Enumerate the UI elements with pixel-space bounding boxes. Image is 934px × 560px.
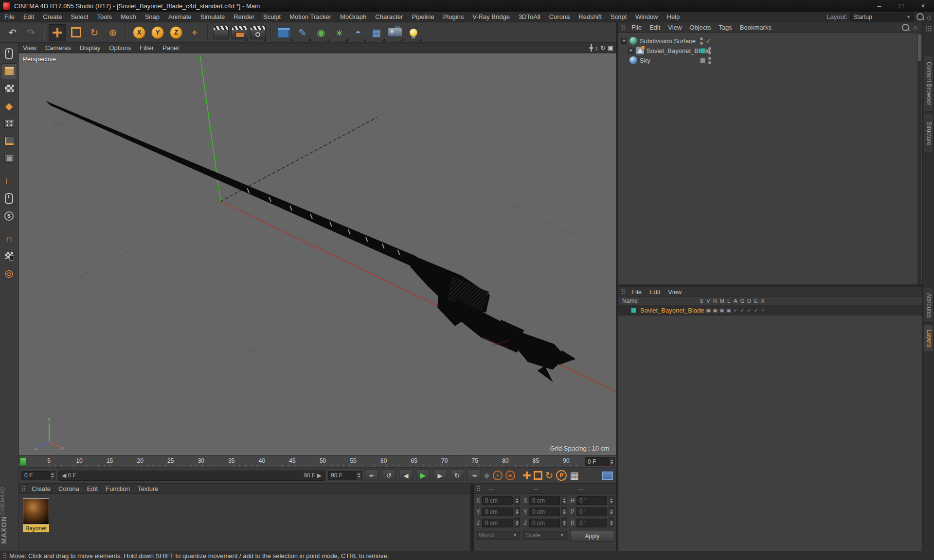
record-button[interactable]: ●: [493, 471, 503, 480]
close-button[interactable]: ×: [912, 0, 934, 12]
magnet-snap-button[interactable]: ∩: [1, 230, 17, 246]
menu-item[interactable]: Edit: [19, 13, 38, 20]
tab-layers[interactable]: Layers: [924, 325, 934, 352]
object-label[interactable]: Subdivision Surface: [640, 37, 696, 45]
deformer-button[interactable]: ◓: [349, 24, 367, 41]
rotate-view-icon[interactable]: ↻: [600, 45, 606, 51]
layer-color-swatch[interactable]: [631, 308, 636, 313]
viewport-camera-label[interactable]: Perspective: [23, 55, 56, 63]
panel-grip-icon[interactable]: [621, 289, 626, 295]
expander-icon[interactable]: +: [628, 48, 634, 53]
texture-mode-button[interactable]: [1, 81, 17, 96]
keyframe-selection-icon[interactable]: ◆: [484, 471, 490, 480]
zoom-view-icon[interactable]: ↕: [595, 45, 598, 51]
snap-toggle-button[interactable]: S: [1, 208, 17, 224]
light-button[interactable]: [405, 24, 422, 41]
object-row-subdivision-surface[interactable]: − Subdivision Surface ✓: [618, 36, 922, 46]
tab-attributes[interactable]: Attributes: [924, 288, 934, 323]
rot-b-stepper[interactable]: [609, 518, 614, 527]
render-settings-button[interactable]: [249, 24, 267, 41]
viewport-menu-item[interactable]: View: [18, 44, 41, 52]
lock-z-axis-button[interactable]: Z: [167, 24, 185, 41]
pos-z-stepper[interactable]: [514, 518, 520, 527]
record-parameter-icon[interactable]: P: [556, 470, 567, 481]
layer-manager-menu-item[interactable]: View: [664, 288, 685, 296]
material-menu-item[interactable]: Edit: [83, 485, 102, 492]
material-menu-item[interactable]: Function: [102, 485, 134, 492]
menu-item[interactable]: MoGraph: [336, 13, 371, 20]
layer-column-header[interactable]: G: [739, 298, 746, 304]
current-frame-field[interactable]: 0 F: [21, 471, 50, 480]
rot-p-field[interactable]: 0 °: [576, 508, 607, 516]
array-generator-button[interactable]: ∗: [331, 24, 348, 41]
rot-h-stepper[interactable]: [609, 496, 614, 505]
layer-column-header[interactable]: D: [746, 298, 753, 304]
layer-column-header[interactable]: A: [732, 298, 739, 304]
previous-frame-button[interactable]: ◀: [399, 470, 413, 481]
viewport-menu-item[interactable]: Filter: [135, 44, 158, 52]
end-frame-field[interactable]: 90 F: [328, 471, 356, 480]
timeline-track[interactable]: 5 10 15 20 25 30 35 40 45 50 55 60 65 70…: [18, 456, 578, 467]
object-manager-menu-item[interactable]: Tags: [715, 24, 736, 31]
rotation-header[interactable]: --: [572, 485, 616, 492]
undo-button[interactable]: ↶: [4, 24, 21, 41]
layer-row[interactable]: Soviet_Bayonet_Blade ○▣▣▣▣✓✓✓✓×: [618, 305, 922, 315]
pos-x-stepper[interactable]: [514, 496, 520, 505]
pos-x-field[interactable]: 0 cm: [482, 496, 513, 505]
menu-item[interactable]: Animate: [164, 13, 196, 20]
menu-item[interactable]: Redshift: [574, 13, 606, 20]
layer-toggle-icon[interactable]: ▣: [705, 307, 712, 314]
object-manager-menu-item[interactable]: Objects: [685, 24, 715, 31]
layout-dropdown[interactable]: Startup ▼: [850, 13, 914, 21]
workplane-mode-button[interactable]: ◆: [1, 98, 17, 114]
record-pla-icon[interactable]: ▦: [570, 471, 579, 480]
size-z-field[interactable]: 0 cm: [529, 519, 560, 527]
size-y-field[interactable]: 0 cm: [529, 508, 560, 516]
viewport-menu-item[interactable]: Panel: [158, 44, 183, 52]
menu-item[interactable]: Character: [371, 13, 407, 20]
lock-y-axis-button[interactable]: Y: [149, 24, 166, 41]
menu-item[interactable]: Create: [38, 13, 66, 20]
name-column-header[interactable]: Name: [618, 298, 638, 304]
lock-x-axis-button[interactable]: X: [130, 24, 148, 41]
maximize-view-icon[interactable]: ▣: [608, 45, 613, 51]
menu-item[interactable]: Render: [229, 13, 259, 20]
pos-y-stepper[interactable]: [514, 507, 520, 516]
end-frame-stepper[interactable]: [356, 471, 362, 480]
world-dropdown[interactable]: World▼: [476, 531, 520, 540]
camera-button[interactable]: [386, 24, 404, 41]
layer-toggle-icon[interactable]: ✓: [746, 307, 753, 314]
material-menu-item[interactable]: Texture: [134, 485, 162, 492]
object-manager-menu-item[interactable]: View: [664, 24, 685, 31]
tab-structure[interactable]: Structure: [924, 114, 934, 153]
coordinate-system-button[interactable]: ⌖: [186, 24, 203, 41]
object-label[interactable]: Sky: [640, 57, 650, 64]
layer-toggle-icon[interactable]: ▣: [725, 307, 732, 314]
rot-p-stepper[interactable]: [609, 507, 614, 516]
record-rotation-icon[interactable]: ↻: [545, 471, 554, 480]
menu-item[interactable]: V-Ray Bridge: [468, 13, 514, 20]
enabled-check-icon[interactable]: ✓: [706, 37, 711, 45]
scrollbar-thumb[interactable]: [918, 34, 921, 61]
panel-grip-icon[interactable]: [621, 25, 626, 31]
layer-manager[interactable]: Soviet_Bayonet_Blade ○▣▣▣▣✓✓✓✓×: [618, 305, 922, 551]
live-selection-button[interactable]: [1, 46, 17, 61]
modeling-axis-button[interactable]: ◎: [1, 265, 17, 281]
minimize-button[interactable]: –: [868, 0, 890, 12]
object-manager-menu-item[interactable]: Bookmarks: [736, 24, 775, 31]
menu-item[interactable]: Plugins: [439, 13, 468, 20]
object-row-soviet-bayonet-blade[interactable]: + Soviet_Bayonet_Blade: [618, 46, 922, 55]
material-menu-item[interactable]: Corona: [54, 485, 83, 492]
rot-h-field[interactable]: 0 °: [576, 496, 607, 505]
next-key-button[interactable]: ↻: [450, 470, 464, 481]
scale-dropdown[interactable]: Scale▼: [523, 531, 567, 540]
layer-toggle-icon[interactable]: ✓: [732, 307, 739, 314]
current-frame-marker[interactable]: [20, 457, 26, 466]
layer-column-header[interactable]: X: [759, 298, 766, 304]
search-icon[interactable]: [902, 24, 909, 31]
menu-item[interactable]: 3DToAll: [514, 13, 545, 20]
rotate-tool-button[interactable]: ↻: [86, 24, 103, 41]
layer-column-header[interactable]: E: [753, 298, 759, 304]
object-manager-menu-item[interactable]: File: [628, 24, 646, 31]
size-z-stepper[interactable]: [561, 518, 567, 527]
